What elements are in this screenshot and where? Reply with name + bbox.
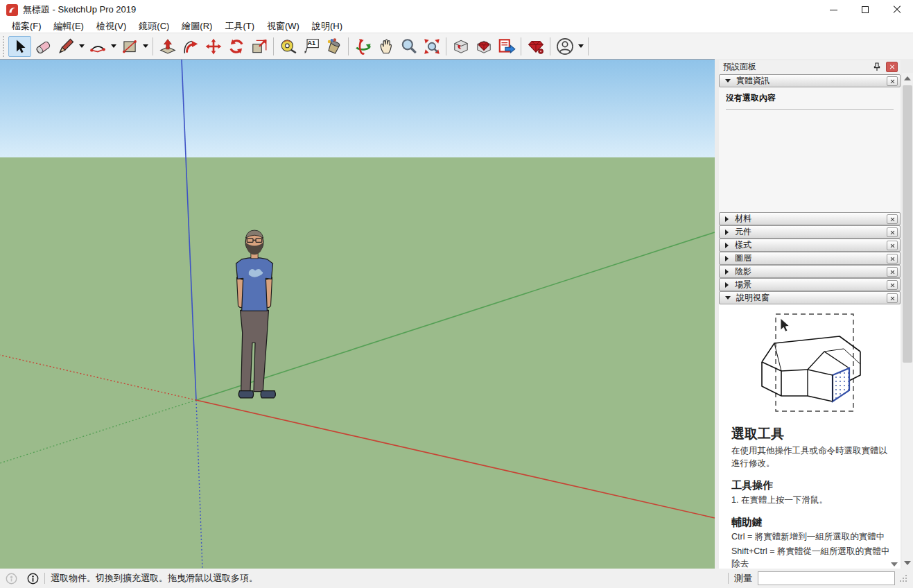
menu-file[interactable]: 檔案(F) <box>6 19 48 33</box>
section-close-button[interactable] <box>887 267 898 277</box>
instructor-modifier-ctrl: Ctrl = 將實體新增到一組所選取的實體中 <box>731 530 891 543</box>
tape-measure-tool-button[interactable] <box>277 36 299 57</box>
pan-hand-icon <box>377 37 395 55</box>
chevron-right-icon <box>725 269 729 275</box>
close-button[interactable] <box>881 0 913 19</box>
main-area: 預設面板 實體資訊 沒有選取內容 <box>0 59 913 569</box>
section-entity-info-header[interactable]: 實體資訊 <box>719 74 901 87</box>
instructor-operations-title: 工具操作 <box>731 479 891 492</box>
model-viewport[interactable] <box>0 59 715 569</box>
section-components-header[interactable]: 元件 <box>719 225 901 239</box>
instructor-scroll-down-icon[interactable] <box>891 562 898 567</box>
chevron-right-icon <box>725 282 729 288</box>
share-model-button[interactable] <box>472 36 495 57</box>
section-scenes-header[interactable]: 場景 <box>719 278 901 291</box>
divider <box>726 109 894 110</box>
pan-tool-button[interactable] <box>374 36 397 57</box>
measurements-input[interactable] <box>758 571 895 585</box>
select-tool-button[interactable] <box>8 36 31 57</box>
3d-warehouse-icon <box>452 37 470 55</box>
section-shadows-header[interactable]: 陰影 <box>719 265 901 278</box>
arc-tool-dropdown[interactable] <box>109 36 118 57</box>
geolocation-status-icon[interactable] <box>6 573 17 585</box>
toolbar: A1 <box>0 33 913 59</box>
follow-me-icon <box>182 37 200 55</box>
eraser-tool-button[interactable] <box>31 36 54 57</box>
zoom-tool-button[interactable] <box>397 36 420 57</box>
section-styles-header[interactable]: 樣式 <box>719 239 901 252</box>
section-materials-header[interactable]: 材料 <box>719 212 901 225</box>
section-close-button[interactable] <box>887 241 898 250</box>
pin-button[interactable] <box>871 61 883 72</box>
menu-tools[interactable]: 工具(T) <box>218 19 261 33</box>
maximize-icon <box>862 6 869 13</box>
section-close-button[interactable] <box>887 76 898 86</box>
scroll-down-icon[interactable] <box>904 561 911 565</box>
toolbar-separator <box>550 37 550 55</box>
rectangle-tool-dropdown[interactable] <box>141 36 150 57</box>
chevron-down-icon <box>79 44 85 48</box>
zoom-extents-tool-button[interactable] <box>420 36 443 57</box>
resize-grip[interactable] <box>899 574 907 582</box>
minimize-button[interactable] <box>817 0 849 19</box>
pin-icon <box>873 62 881 71</box>
toolbar-drag-handle[interactable] <box>1 36 6 57</box>
tray-close-button[interactable] <box>886 62 898 72</box>
menu-help[interactable]: 說明(H) <box>306 19 349 33</box>
menu-draw[interactable]: 繪圖(R) <box>175 19 218 33</box>
section-close-button[interactable] <box>887 254 898 263</box>
panel-scrollbar[interactable] <box>902 73 913 569</box>
send-to-layout-button[interactable] <box>495 36 518 57</box>
menu-camera[interactable]: 鏡頭(C) <box>132 19 175 33</box>
default-tray-panel: 預設面板 實體資訊 沒有選取內容 <box>719 60 901 569</box>
rectangle-tool-button[interactable] <box>118 36 141 57</box>
scroll-up-icon[interactable] <box>904 76 911 80</box>
info-status-icon[interactable] <box>27 573 39 585</box>
entity-info-body: 沒有選取內容 <box>719 87 901 212</box>
menu-view[interactable]: 檢視(V) <box>90 19 132 33</box>
section-instructor-header[interactable]: 說明視窗 <box>719 291 901 304</box>
section-close-button[interactable] <box>887 214 898 224</box>
toolbar-separator <box>153 37 153 55</box>
chevron-down-icon <box>725 296 731 300</box>
minimize-icon <box>830 10 837 10</box>
3d-warehouse-button[interactable] <box>449 36 472 57</box>
line-tool-dropdown[interactable] <box>77 36 86 57</box>
account-button[interactable] <box>553 36 576 57</box>
arc-tool-button[interactable] <box>86 36 109 57</box>
menu-window[interactable]: 視窗(W) <box>261 19 306 33</box>
send-to-layout-icon <box>497 37 516 55</box>
text-tool-button[interactable]: A1 <box>299 36 322 57</box>
toolbar-separator <box>273 37 274 55</box>
account-dropdown[interactable] <box>576 36 585 57</box>
follow-me-tool-button[interactable] <box>179 36 202 57</box>
extension-warehouse-button[interactable] <box>524 36 547 57</box>
rotate-tool-button[interactable] <box>225 36 247 57</box>
push-pull-tool-button[interactable] <box>156 36 179 57</box>
line-tool-button[interactable] <box>54 36 77 57</box>
maximize-button[interactable] <box>849 0 881 19</box>
scrollbar-thumb[interactable] <box>903 85 912 363</box>
status-hint: 選取物件。切換到擴充選取。拖曳滑鼠以選取多項。 <box>51 572 258 585</box>
move-tool-button[interactable] <box>202 36 225 57</box>
drawing-axes <box>0 60 715 569</box>
instructor-description: 在使用其他操作工具或命令時選取實體以進行修改。 <box>731 444 891 469</box>
tray-title: 預設面板 <box>723 61 871 73</box>
orbit-tool-button[interactable] <box>351 36 374 57</box>
section-close-button[interactable] <box>887 280 898 290</box>
scale-tool-button[interactable] <box>247 36 270 57</box>
instructor-panel: 選取工具 在使用其他操作工具或命令時選取實體以進行修改。 工具操作 1. 在實體… <box>719 304 901 569</box>
section-close-button[interactable] <box>887 227 898 237</box>
zoom-extents-icon <box>423 37 441 55</box>
scale-figure-person[interactable] <box>222 228 286 405</box>
rotate-icon <box>227 37 245 55</box>
instructor-operation-step: 1. 在實體上按一下滑鼠。 <box>731 494 891 506</box>
menu-edit[interactable]: 編輯(E) <box>48 19 90 33</box>
section-close-button[interactable] <box>887 293 898 303</box>
paint-bucket-tool-button[interactable] <box>322 36 345 57</box>
section-layers-header[interactable]: 圖層 <box>719 252 901 265</box>
toolbar-separator <box>446 37 446 55</box>
measurements-label: 測量 <box>734 572 752 585</box>
statusbar-separator <box>728 573 729 584</box>
statusbar-separator <box>44 573 45 584</box>
